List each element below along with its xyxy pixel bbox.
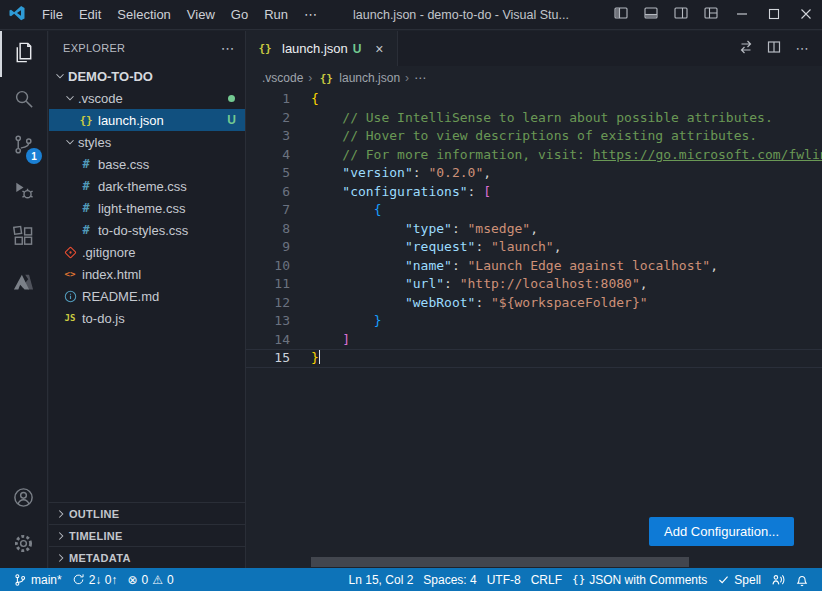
azure-activity-button[interactable] [0,261,47,307]
settings-button[interactable] [0,522,47,568]
menu-view[interactable]: View [179,0,223,30]
status-bar-left: main*2↓ 0↑⊗0⚠0 [8,573,179,587]
js-icon: JS [61,310,79,326]
toggle-secondary-sidebar-icon[interactable] [666,0,696,30]
extensions-icon [12,225,35,251]
tree-item-dark-theme-css[interactable]: #dark-theme.css [49,175,245,197]
line-number: 3 [246,127,290,146]
code-line-1[interactable]: 1{ [246,90,822,109]
tree-item-launch-json[interactable]: {}launch.jsonU [49,109,245,131]
tree-item-demo-to-do[interactable]: DEMO-TO-DO [49,65,245,87]
menu-go[interactable]: Go [223,0,256,30]
json-icon: {} [77,112,95,128]
activity-bar-bottom [0,476,47,568]
json-icon: {} [317,70,335,86]
braces-icon: {} [572,574,585,585]
line-number: 9 [246,238,290,257]
extensions-activity-button[interactable] [0,215,47,261]
accounts-button[interactable] [0,476,47,522]
code-line-9[interactable]: 9 "request": "launch", [246,238,822,257]
editor-group: {} launch.json U × ⋯ .vscode›{}launch.js… [246,31,822,568]
cursor-position[interactable]: Ln 15, Col 2 [344,573,419,587]
line-number: 14 [246,331,290,350]
code-area[interactable]: 1{2 // Use IntelliSense to learn about p… [246,90,822,568]
code-line-5[interactable]: 5 "version": "0.2.0", [246,164,822,183]
notifications[interactable] [790,573,814,587]
text-cursor [319,350,321,364]
tree-item--vscode[interactable]: .vscode [49,87,245,109]
explorer-activity-button[interactable] [0,31,47,77]
chevron-down-icon [61,134,78,150]
breadcrumb-item[interactable]: {}launch.json [317,70,400,86]
breadcrumb-item[interactable]: .vscode [262,71,303,85]
git-icon [61,244,79,260]
panel-timeline[interactable]: TIMELINE [49,524,245,546]
line-number: 8 [246,220,290,239]
panel-metadata[interactable]: METADATA [49,546,245,568]
source-control-activity-button[interactable]: 1 [0,123,47,169]
panel-outline[interactable]: OUTLINE [49,502,245,524]
maximize-button[interactable] [758,0,790,30]
tree-item--gitignore[interactable]: .gitignore [49,241,245,263]
code-line-10[interactable]: 10 "name": "Launch Edge against localhos… [246,257,822,276]
run-debug-activity-button[interactable] [0,169,47,215]
eol-sequence[interactable]: CRLF [526,573,567,587]
code-line-13[interactable]: 13 } [246,312,822,331]
tab-label: launch.json [282,41,348,56]
code-line-12[interactable]: 12 "webRoot": "${workspaceFolder}" [246,294,822,313]
compare-changes-icon[interactable] [732,35,760,63]
menu-edit[interactable]: Edit [71,0,109,30]
line-number: 15 [246,349,290,368]
tab-close-icon[interactable]: × [369,39,389,59]
code-line-7[interactable]: 7 { [246,201,822,220]
add-configuration-button[interactable]: Add Configuration... [649,517,794,546]
encoding[interactable]: UTF-8 [482,573,526,587]
code-line-2[interactable]: 2 // Use IntelliSense to learn about pos… [246,109,822,128]
code-line-11[interactable]: 11 "url": "http://localhost:8080", [246,275,822,294]
code-line-4[interactable]: 4 // For more information, visit: https:… [246,146,822,165]
toggle-panel-icon[interactable] [636,0,666,30]
tree-item-light-theme-css[interactable]: #light-theme.css [49,197,245,219]
line-number: 6 [246,183,290,202]
tree-item-readme-md[interactable]: README.md [49,285,245,307]
problems-status[interactable]: ⊗0⚠0 [122,573,178,587]
split-editor-icon[interactable] [760,35,788,63]
code-line-6[interactable]: 6 "configurations": [ [246,183,822,202]
tree-item-to-do-styles-css[interactable]: #to-do-styles.css [49,219,245,241]
branch-status[interactable]: main* [8,573,67,587]
status-bar-right: Ln 15, Col 2Spaces: 4UTF-8CRLF{}JSON wit… [344,573,814,587]
code-line-14[interactable]: 14 ] [246,331,822,350]
menu-selection[interactable]: Selection [109,0,178,30]
sync-status[interactable]: 2↓ 0↑ [67,573,123,587]
language-mode[interactable]: {}JSON with Comments [567,573,712,587]
bell-icon [795,573,809,587]
indentation[interactable]: Spaces: 4 [418,573,481,587]
breadcrumb-item[interactable]: ⋯ [414,71,426,85]
info-icon [61,288,79,304]
more-actions-icon[interactable]: ⋯ [788,35,816,63]
tree-item-to-do-js[interactable]: JSto-do.js [49,307,245,329]
code-line-15[interactable]: 15} [246,349,822,368]
explorer-more-actions-icon[interactable]: ⋯ [221,40,235,56]
tree-item-base-css[interactable]: #base.css [49,153,245,175]
editor-actions: ⋯ [732,31,822,66]
menu-more[interactable]: ⋯ [296,0,325,30]
customize-layout-icon[interactable] [696,0,726,30]
error-icon: ⊗ [127,574,137,586]
close-button[interactable] [790,0,822,30]
tree-item-styles[interactable]: styles [49,131,245,153]
tree-item-index-html[interactable]: <>index.html [49,263,245,285]
tab-launch-json[interactable]: {} launch.json U × [246,31,398,66]
menu-file[interactable]: File [34,0,71,30]
menu-run[interactable]: Run [256,0,296,30]
feedback[interactable] [766,573,790,587]
spell-checker[interactable]: Spell [712,573,766,587]
search-activity-button[interactable] [0,77,47,123]
toggle-sidebar-icon[interactable] [606,0,636,30]
azure-icon [12,271,35,297]
code-line-3[interactable]: 3 // Hover to view descriptions of exist… [246,127,822,146]
horizontal-scrollbar[interactable] [311,557,689,567]
line-number: 5 [246,164,290,183]
minimize-button[interactable] [726,0,758,30]
code-line-8[interactable]: 8 "type": "msedge", [246,220,822,239]
